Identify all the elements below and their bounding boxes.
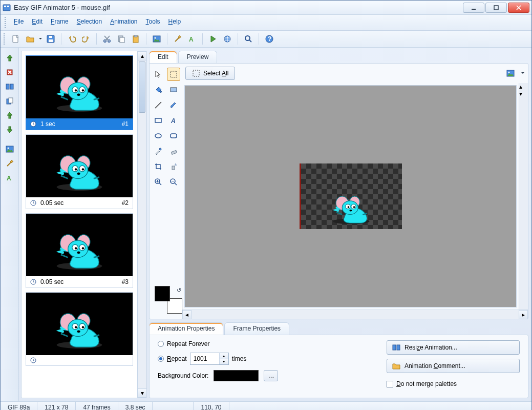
frame-duration: 1 sec bbox=[40, 120, 55, 128]
eraser-tool[interactable] bbox=[167, 145, 180, 158]
canvas-viewport[interactable] bbox=[184, 85, 517, 308]
zoom-in-tool[interactable] bbox=[152, 175, 165, 189]
properties-tabbar: Animation Properties Frame Properties bbox=[149, 322, 528, 335]
zoom-out-tool[interactable] bbox=[167, 175, 180, 189]
new-button[interactable] bbox=[10, 33, 22, 45]
open-dropdown[interactable] bbox=[38, 38, 42, 40]
open-button[interactable] bbox=[24, 33, 36, 45]
zoom-button[interactable] bbox=[242, 33, 254, 45]
paste-button[interactable] bbox=[130, 33, 142, 45]
canvas-options-dropdown[interactable] bbox=[521, 72, 525, 74]
duplicate-frame-button[interactable] bbox=[4, 95, 16, 107]
bgcolor-browse-button[interactable]: … bbox=[264, 370, 278, 381]
rounded-rect-tool[interactable] bbox=[167, 129, 180, 142]
frame-thumb[interactable]: 0.05 sec #3 bbox=[26, 213, 133, 288]
play-button[interactable] bbox=[207, 33, 219, 45]
undo-button[interactable] bbox=[66, 33, 78, 45]
fg-color-swatch[interactable] bbox=[155, 286, 170, 301]
resize-animation-button[interactable]: Resize Animation... bbox=[387, 340, 520, 355]
repeat-count-spinner[interactable]: ▲ ▼ bbox=[190, 353, 229, 365]
eyedropper-tool[interactable] bbox=[152, 145, 165, 158]
crop-tool[interactable] bbox=[152, 160, 165, 173]
close-button[interactable] bbox=[508, 3, 529, 13]
scroll-track[interactable] bbox=[191, 310, 519, 319]
copy-button[interactable] bbox=[115, 33, 127, 45]
image-tool-button[interactable] bbox=[151, 33, 163, 45]
text-tool-button[interactable] bbox=[186, 33, 198, 45]
separator bbox=[259, 33, 259, 45]
edit-frame-image-button[interactable] bbox=[4, 143, 16, 155]
wand-button[interactable] bbox=[172, 33, 184, 45]
clock-icon bbox=[30, 121, 36, 127]
frame-thumb[interactable]: 1 sec #1 bbox=[26, 55, 133, 130]
insert-frame-button[interactable] bbox=[4, 52, 16, 64]
select-all-button[interactable]: Select All bbox=[185, 67, 235, 80]
maximize-button[interactable] bbox=[485, 3, 507, 13]
fill-bucket-tool[interactable] bbox=[152, 83, 165, 96]
menu-selection[interactable]: Selection bbox=[74, 17, 105, 28]
frames-list: 1 sec #1 0.05 sec #2 0.05 sec #3 bbox=[22, 51, 137, 398]
delete-frame-button[interactable] bbox=[4, 66, 16, 78]
swap-colors-icon[interactable]: ↺ bbox=[177, 287, 181, 294]
color-swatches[interactable]: ↺ bbox=[155, 286, 182, 314]
gradient-tool[interactable] bbox=[167, 83, 180, 96]
repeat-count-input[interactable] bbox=[190, 353, 219, 364]
ellipse-tool[interactable] bbox=[152, 129, 165, 142]
frame-wand-button[interactable] bbox=[4, 157, 16, 170]
help-button[interactable] bbox=[263, 33, 275, 45]
spin-up-icon[interactable]: ▲ bbox=[219, 353, 228, 359]
canvas-options-button[interactable] bbox=[504, 67, 517, 79]
frame-thumb[interactable] bbox=[26, 292, 133, 366]
mouse-sprite bbox=[46, 64, 113, 115]
scroll-thumb[interactable] bbox=[139, 61, 145, 113]
tab-edit[interactable]: Edit bbox=[149, 51, 177, 63]
spin-down-icon[interactable]: ▼ bbox=[219, 359, 228, 364]
frame-thumb[interactable]: 0.05 sec #2 bbox=[26, 134, 133, 209]
scroll-left-icon[interactable]: ◂ bbox=[182, 310, 191, 319]
redo-button[interactable] bbox=[80, 33, 92, 45]
scroll-right-icon[interactable]: ▸ bbox=[519, 310, 528, 319]
tab-preview[interactable]: Preview bbox=[178, 51, 218, 63]
menu-help[interactable]: Help bbox=[165, 17, 184, 28]
scroll-down-icon[interactable]: ▾ bbox=[138, 388, 147, 398]
scroll-track[interactable] bbox=[138, 114, 146, 388]
brush-icon bbox=[169, 101, 178, 109]
tab-animation-properties[interactable]: Animation Properties bbox=[149, 322, 223, 335]
canvas-vscrollbar[interactable]: ▴ ▾ bbox=[519, 83, 528, 310]
scroll-down-icon[interactable]: ▾ bbox=[519, 90, 528, 97]
pointer-tool[interactable] bbox=[152, 68, 165, 81]
move-frame-down-button[interactable] bbox=[4, 124, 16, 136]
frames-panel: 1 sec #1 0.05 sec #2 0.05 sec #3 bbox=[21, 51, 147, 398]
line-tool[interactable] bbox=[152, 98, 165, 112]
move-frame-up-button[interactable] bbox=[4, 109, 16, 121]
text-italic-tool[interactable] bbox=[167, 114, 180, 127]
marquee-select-tool[interactable] bbox=[167, 68, 180, 81]
menu-tools[interactable]: Tools bbox=[143, 17, 163, 28]
menu-edit[interactable]: Edit bbox=[29, 17, 46, 28]
export-web-button[interactable] bbox=[221, 33, 233, 45]
bgcolor-swatch[interactable] bbox=[214, 370, 259, 381]
mouse-sprite bbox=[46, 301, 113, 352]
repeat-n-radio[interactable]: Repeat bbox=[158, 355, 187, 362]
scroll-up-icon[interactable]: ▴ bbox=[519, 83, 528, 90]
tab-frame-properties[interactable]: Frame Properties bbox=[224, 322, 289, 335]
rectangle-tool[interactable] bbox=[152, 114, 165, 127]
animation-comment-button[interactable]: Animation Comment... bbox=[387, 359, 520, 373]
save-button[interactable] bbox=[45, 33, 57, 45]
brush-tool[interactable] bbox=[167, 98, 180, 112]
repeat-forever-radio[interactable]: Repeat Forever bbox=[158, 340, 374, 347]
frame-text-effect-button[interactable] bbox=[4, 172, 16, 184]
select-all-frames-button[interactable] bbox=[4, 80, 16, 93]
minimize-button[interactable] bbox=[463, 3, 484, 13]
menu-file[interactable]: File bbox=[11, 17, 27, 28]
frames-scrollbar[interactable]: ▴ ▾ bbox=[137, 51, 146, 398]
scroll-up-icon[interactable]: ▴ bbox=[138, 51, 147, 60]
canvas-hscrollbar[interactable]: ◂ ▸ bbox=[182, 310, 528, 319]
cut-button[interactable] bbox=[101, 33, 113, 45]
menu-frame[interactable]: Frame bbox=[48, 17, 72, 28]
spray-tool[interactable] bbox=[167, 160, 180, 173]
main-toolbar bbox=[1, 31, 531, 48]
no-merge-palettes-checkbox[interactable]: Do not merge palettes bbox=[387, 380, 520, 387]
canvas[interactable] bbox=[300, 163, 402, 229]
menu-animation[interactable]: Animation bbox=[107, 17, 140, 28]
